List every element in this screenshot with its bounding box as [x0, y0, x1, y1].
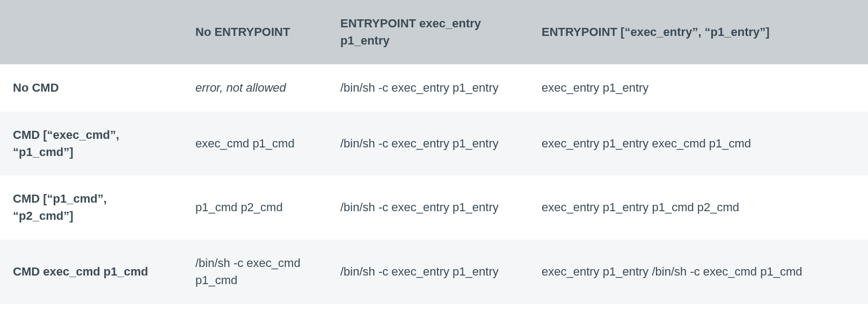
table-cell: exec_entry p1_entry p1_cmd p2_cmd — [529, 175, 868, 240]
header-entrypoint-exec: ENTRYPOINT [“exec_entry”, “p1_entry”] — [529, 0, 868, 64]
table-cell: exec_entry p1_entry exec_cmd p1_cmd — [529, 112, 868, 176]
table-row: CMD [“p1_cmd”, “p2_cmd”] p1_cmd p2_cmd /… — [0, 175, 868, 240]
table-header-row: No ENTRYPOINT ENTRYPOINT exec_entry p1_e… — [0, 0, 868, 64]
table-row: CMD [“exec_cmd”, “p1_cmd”] exec_cmd p1_c… — [0, 112, 868, 176]
cmd-entrypoint-table: No ENTRYPOINT ENTRYPOINT exec_entry p1_e… — [0, 0, 868, 304]
header-blank — [0, 0, 183, 64]
row-label: CMD [“exec_cmd”, “p1_cmd”] — [0, 112, 183, 176]
table-cell: /bin/sh -c exec_entry p1_entry — [327, 240, 529, 304]
table-cell: exec_entry p1_entry /bin/sh -c exec_cmd … — [529, 240, 868, 304]
header-entrypoint-shell: ENTRYPOINT exec_entry p1_entry — [327, 0, 529, 64]
table-cell: /bin/sh -c exec_entry p1_entry — [327, 175, 529, 240]
table-cell: error, not allowed — [183, 64, 327, 112]
row-label: CMD exec_cmd p1_cmd — [0, 240, 183, 304]
table-row: CMD exec_cmd p1_cmd /bin/sh -c exec_cmd … — [0, 240, 868, 304]
table-row: No CMD error, not allowed /bin/sh -c exe… — [0, 64, 868, 112]
table-cell: exec_cmd p1_cmd — [183, 112, 327, 176]
table-cell: exec_entry p1_entry — [529, 64, 868, 112]
header-no-entrypoint: No ENTRYPOINT — [183, 0, 327, 64]
row-label: No CMD — [0, 64, 183, 112]
table-body: No CMD error, not allowed /bin/sh -c exe… — [0, 64, 868, 304]
table-cell: /bin/sh -c exec_entry p1_entry — [327, 64, 529, 112]
table-cell: p1_cmd p2_cmd — [183, 175, 327, 240]
row-label: CMD [“p1_cmd”, “p2_cmd”] — [0, 175, 183, 240]
table-cell: /bin/sh -c exec_entry p1_entry — [327, 112, 529, 176]
cell-text: error, not allowed — [195, 81, 286, 94]
table-cell: /bin/sh -c exec_cmd p1_cmd — [183, 240, 327, 304]
